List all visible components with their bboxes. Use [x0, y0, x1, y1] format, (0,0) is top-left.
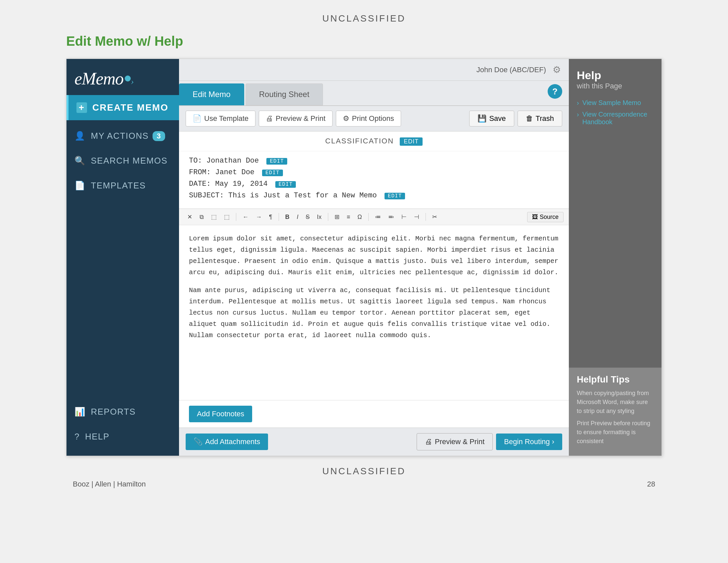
- use-template-button[interactable]: 📄 Use Template: [186, 111, 255, 126]
- memo-body[interactable]: Lorem ipsum dolor sit amet, consectetur …: [179, 225, 569, 400]
- footer-company: Booz | Allen | Hamilton: [73, 480, 146, 489]
- print-options-button[interactable]: ⚙ Print Options: [336, 111, 401, 126]
- trash-icon: 🗑: [526, 114, 533, 123]
- my-actions-badge: 3: [153, 131, 165, 141]
- helpful-tip-2: Print Preview before routing to ensure f…: [577, 419, 654, 446]
- save-label: Save: [489, 114, 506, 123]
- sidebar-item-search-memos[interactable]: 🔍 SEARCH MEMOS: [67, 148, 179, 173]
- search-memos-label: SEARCH MEMOS: [91, 156, 168, 166]
- trash-label: Trash: [536, 114, 554, 123]
- to-value: Jonathan Doe: [206, 157, 259, 165]
- help-link-sample-memo[interactable]: › View Sample Memo: [577, 99, 654, 107]
- reports-icon: 📊: [74, 407, 86, 417]
- memo-header-fields: TO: Jonathan Doe EDIT FROM: Janet Doe ED…: [179, 151, 569, 209]
- rte-separator-1: [236, 213, 236, 221]
- rte-italic[interactable]: I: [294, 212, 301, 222]
- rte-cut[interactable]: ✕: [184, 211, 195, 222]
- save-button[interactable]: 💾 Save: [469, 111, 514, 126]
- create-memo-button[interactable]: + CREATE MEMO: [67, 95, 179, 120]
- help-link-correspondence-label: View Correspondence Handbook: [582, 111, 654, 126]
- classification-bar: CLASSIFICATION EDIT: [179, 131, 569, 151]
- rte-undo[interactable]: ←: [240, 212, 251, 222]
- rte-table[interactable]: ⊞: [332, 211, 342, 222]
- top-classification: UNCLASSIFIED: [322, 13, 406, 24]
- to-label: TO:: [189, 157, 202, 165]
- to-edit-badge[interactable]: EDIT: [266, 158, 287, 164]
- subject-edit-badge[interactable]: EDIT: [385, 193, 405, 199]
- rte-source[interactable]: 🖼 Source: [527, 212, 564, 222]
- rte-indent-more[interactable]: ⊢: [398, 211, 410, 222]
- rte-align[interactable]: ≡: [344, 212, 353, 222]
- page-heading: Edit Memo w/ Help: [66, 34, 183, 49]
- person-icon: 👤: [74, 131, 86, 141]
- memo-editor: CLASSIFICATION EDIT TO: Jonathan Doe EDI…: [179, 131, 569, 456]
- rte-indent-less[interactable]: ⊣: [411, 211, 422, 222]
- bottom-print-icon: 🖨: [425, 438, 432, 446]
- create-memo-label: CREATE MEMO: [92, 102, 168, 113]
- help-label: HELP: [85, 432, 110, 442]
- template-btn-icon: 📄: [193, 114, 202, 123]
- rte-copy[interactable]: ⧉: [197, 212, 207, 222]
- plus-icon: +: [76, 102, 87, 113]
- from-edit-badge[interactable]: EDIT: [262, 169, 283, 176]
- helpful-tips-section: Helpful Tips When copying/pasting from M…: [569, 368, 661, 456]
- sidebar: eMemo› + CREATE MEMO 👤 MY ACTIONS 3 🔍 SE…: [67, 59, 179, 456]
- subject-label: SUBJECT:: [189, 191, 224, 200]
- body-paragraph-1: Lorem ipsum dolor sit amet, consectetur …: [189, 233, 559, 278]
- begin-routing-label: Begin Routing ›: [504, 438, 554, 446]
- sidebar-item-help[interactable]: ? HELP: [67, 424, 179, 449]
- tabs-bar: Edit Memo Routing Sheet ?: [179, 81, 569, 106]
- chevron-right-icon-2: ›: [577, 111, 579, 118]
- sidebar-item-my-actions[interactable]: 👤 MY ACTIONS 3: [67, 123, 179, 148]
- helpful-tips-title: Helpful Tips: [577, 374, 654, 385]
- date-field: DATE: May 19, 2014 EDIT: [189, 180, 559, 188]
- trash-button[interactable]: 🗑 Trash: [518, 111, 562, 126]
- help-link-sample-memo-label: View Sample Memo: [582, 99, 641, 107]
- template-icon: 📄: [74, 180, 86, 191]
- rte-unordered-list[interactable]: ≕: [385, 211, 397, 222]
- chevron-right-icon-1: ›: [577, 99, 579, 107]
- search-icon: 🔍: [74, 156, 86, 166]
- date-edit-badge[interactable]: EDIT: [275, 181, 296, 188]
- bottom-classification: UNCLASSIFIED: [322, 466, 406, 477]
- preview-print-button[interactable]: 🖨 Preview & Print: [259, 111, 332, 126]
- rte-special-chars[interactable]: Ω: [354, 212, 365, 222]
- user-info: John Doe (ABC/DEF): [477, 66, 546, 74]
- tab-routing-sheet[interactable]: Routing Sheet: [246, 83, 323, 105]
- begin-routing-button[interactable]: Begin Routing ›: [496, 434, 562, 450]
- center-panel: John Doe (ABC/DEF) ⚙ Edit Memo Routing S…: [179, 59, 569, 456]
- toolbar: 📄 Use Template 🖨 Preview & Print ⚙ Print…: [179, 106, 569, 131]
- from-value: Janet Doe: [215, 168, 254, 176]
- rte-redo[interactable]: →: [253, 212, 265, 222]
- rte-remove-format[interactable]: Ix: [314, 212, 325, 222]
- attachment-icon: 📎: [194, 438, 203, 446]
- rte-ordered-list[interactable]: ≔: [372, 211, 384, 222]
- tab-edit-memo[interactable]: Edit Memo: [179, 83, 244, 105]
- rte-paste[interactable]: ⬚: [208, 211, 220, 222]
- rte-separator-4: [368, 213, 369, 221]
- help-link-correspondence[interactable]: › View Correspondence Handbook: [577, 111, 654, 126]
- gear-icon[interactable]: ⚙: [553, 64, 561, 75]
- app-logo: eMemo›: [74, 69, 171, 88]
- rte-strikethrough[interactable]: S: [303, 212, 313, 222]
- options-btn-icon: ⚙: [343, 114, 349, 123]
- top-bar: John Doe (ABC/DEF) ⚙: [179, 59, 569, 81]
- classification-edit-badge[interactable]: EDIT: [400, 137, 423, 146]
- rte-bold[interactable]: B: [282, 212, 293, 222]
- from-label: FROM:: [189, 168, 211, 176]
- rte-maximize[interactable]: ✂: [429, 211, 440, 222]
- sidebar-item-templates[interactable]: 📄 TEMPLATES: [67, 173, 179, 198]
- help-panel: Help with this Page › View Sample Memo ›…: [569, 59, 661, 456]
- bottom-preview-print-button[interactable]: 🖨 Preview & Print: [417, 433, 493, 450]
- add-attachments-button[interactable]: 📎 Add Attachments: [186, 434, 268, 450]
- rte-format[interactable]: ¶: [266, 212, 275, 222]
- rte-separator-2: [279, 213, 279, 221]
- add-footnotes-button[interactable]: Add Footnotes: [189, 406, 252, 422]
- rte-paste-word[interactable]: ⬚: [221, 211, 233, 222]
- rte-separator-5: [426, 213, 426, 221]
- print-options-label: Print Options: [352, 114, 394, 123]
- help-bubble[interactable]: ?: [548, 84, 562, 99]
- help-icon: ?: [74, 432, 80, 442]
- sidebar-item-reports[interactable]: 📊 REPORTS: [67, 399, 179, 424]
- help-header: Help with this Page: [569, 59, 661, 96]
